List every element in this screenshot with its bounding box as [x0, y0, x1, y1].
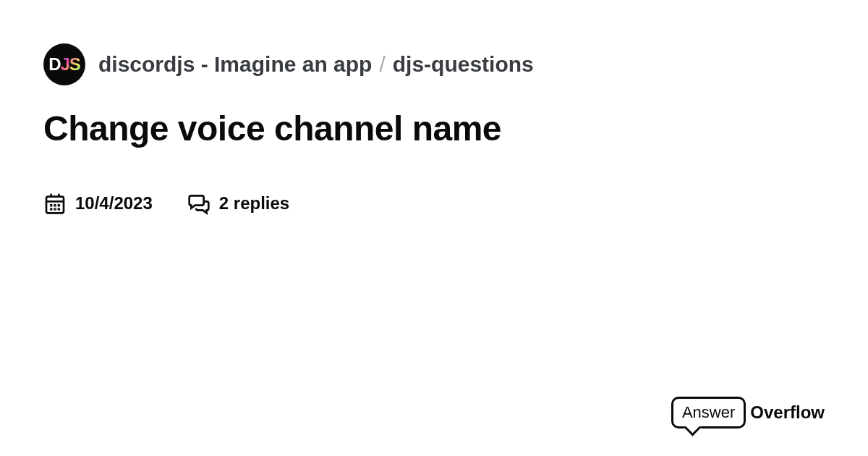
avatar-letter-d: D — [48, 54, 60, 74]
meta-row: 10/4/2023 2 replies — [43, 192, 825, 215]
svg-point-9 — [59, 208, 59, 209]
messages-icon — [187, 192, 210, 215]
breadcrumb: discordjs - Imagine an app / djs-questio… — [98, 52, 534, 77]
breadcrumb-separator: / — [379, 52, 385, 77]
date-meta: 10/4/2023 — [43, 192, 153, 215]
replies-text: 2 replies — [219, 193, 289, 214]
brand-word-overflow: Overflow — [750, 402, 825, 423]
svg-point-5 — [54, 205, 55, 206]
avatar-letter-s: S — [69, 54, 80, 74]
svg-point-4 — [51, 205, 51, 206]
calendar-icon — [43, 192, 67, 215]
svg-point-6 — [59, 205, 59, 206]
replies-meta: 2 replies — [187, 192, 289, 215]
avatar-label: DJS — [48, 54, 80, 75]
brand-word-answer: Answer — [671, 397, 746, 428]
date-text: 10/4/2023 — [75, 193, 153, 214]
avatar-letter-j: J — [60, 54, 69, 74]
brand-logo: Answer Overflow — [671, 397, 825, 428]
svg-point-7 — [51, 208, 51, 209]
server-name: discordjs - Imagine an app — [98, 52, 372, 77]
breadcrumb-header: DJS discordjs - Imagine an app / djs-que… — [43, 43, 825, 85]
page-title: Change voice channel name — [43, 109, 825, 148]
channel-name: djs-questions — [393, 52, 534, 77]
server-avatar: DJS — [43, 43, 85, 85]
svg-point-8 — [54, 208, 55, 209]
